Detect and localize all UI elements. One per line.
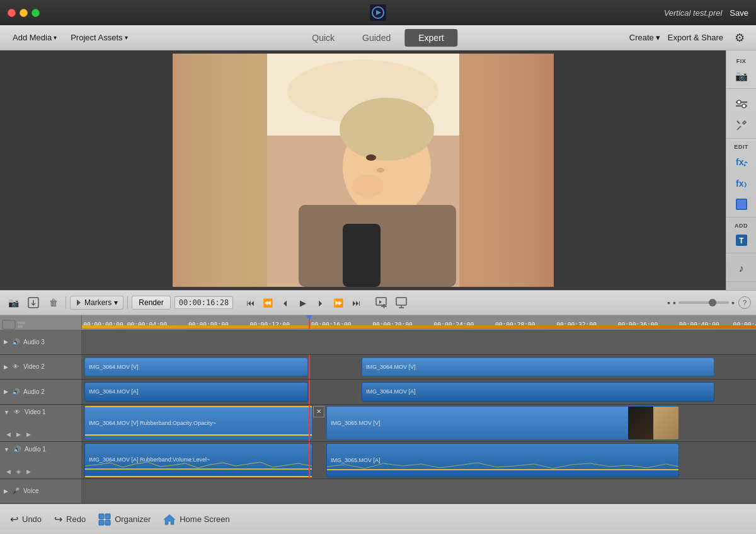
add-section: ADD T	[726, 220, 756, 253]
add-media-icon[interactable]	[373, 294, 389, 311]
menu-bar: Add Media ▾ Project Assets ▾ Quick Guide…	[0, 25, 756, 50]
music-icon[interactable]: ♪	[731, 258, 752, 279]
monitor-icon[interactable]	[393, 294, 410, 311]
step-forward-button[interactable]: ⏵	[312, 294, 329, 311]
crop-icon[interactable]	[731, 194, 752, 214]
add-media-button[interactable]: Add Media ▾	[8, 30, 62, 45]
audio1-prev[interactable]: ◀	[4, 467, 13, 476]
audio2-clip2[interactable]: IMG_3064.MOV [A]	[362, 382, 714, 401]
audio1-mute[interactable]: 🔊	[12, 444, 22, 455]
video2-clip1[interactable]: IMG_3064.MOV [V]	[84, 357, 308, 376]
voice-mute[interactable]: 🎤	[11, 486, 21, 496]
save-button[interactable]: Save	[730, 8, 748, 18]
svg-rect-32	[18, 322, 25, 324]
track-content-video2[interactable]: IMG_3064.MOV [V] IMG_3064.MOV [V]	[82, 355, 756, 379]
undo-icon: ↩	[10, 513, 18, 525]
audio1-clip1[interactable]: IMG_3064.MOV [A] Rubberband:Volume:Level…	[84, 443, 312, 477]
audio1-clip2[interactable]: IMG_3065.MOV [A]	[326, 443, 679, 477]
voice-expand[interactable]: ▶	[4, 488, 8, 494]
home-screen-button[interactable]: Home Screen	[163, 513, 229, 526]
rewind-button[interactable]: ⏪	[260, 294, 276, 311]
svg-text:fx: fx	[736, 178, 744, 189]
settings-icon[interactable]: ⚙	[731, 29, 748, 47]
go-start-button[interactable]: ⏮	[242, 294, 258, 311]
tab-quick[interactable]: Quick	[298, 29, 348, 47]
video1-mini-btns: ◀ ▶ ▶	[4, 430, 33, 439]
svg-rect-61	[99, 520, 104, 525]
delete-icon[interactable]: 🗑	[45, 294, 62, 311]
track-label-audio2: ▶ 🔊 Audio 2	[0, 380, 82, 403]
go-end-button[interactable]: ⏭	[348, 294, 364, 311]
video1-clip2[interactable]: IMG_3065.MOV [V]	[326, 406, 679, 440]
audio2-mute[interactable]: 🔊	[11, 386, 21, 397]
track-content-audio3[interactable]	[82, 330, 756, 354]
play-button[interactable]: ▶	[295, 294, 311, 311]
zoom-out-icon[interactable]: ▪	[667, 298, 670, 308]
svg-point-22	[743, 165, 745, 166]
create-button[interactable]: Create ▾	[629, 33, 660, 42]
render-button[interactable]: Render	[132, 296, 170, 310]
undo-button[interactable]: ↩ Undo	[10, 513, 42, 525]
track-content-audio2[interactable]: IMG_3064.MOV [A] IMG_3064.MOV [A]	[82, 380, 756, 403]
track-content-audio1[interactable]: IMG_3064.MOV [A] Rubberband:Volume:Level…	[82, 442, 756, 479]
effects-icon[interactable]: fx	[731, 151, 752, 171]
svg-rect-16	[459, 54, 554, 287]
video1-expand[interactable]: ▼	[4, 409, 9, 415]
export-frame-icon[interactable]	[25, 294, 42, 311]
app-icon	[370, 4, 386, 21]
track-label-video2: ▶ 👁 Video 2	[0, 355, 82, 379]
svg-point-12	[352, 175, 384, 197]
tab-expert[interactable]: Expert	[404, 29, 457, 47]
track-label-audio3: ▶ 🔊 Audio 3	[0, 330, 82, 354]
minimize-button[interactable]	[20, 9, 28, 17]
organizer-button[interactable]: Organizer	[98, 513, 151, 526]
close-button[interactable]	[8, 9, 16, 17]
video2-clip2[interactable]: IMG_3064.MOV [V]	[362, 357, 714, 376]
video1-next-frame[interactable]: ▶	[24, 430, 33, 439]
video1-clip-marker[interactable]: ✕	[313, 406, 324, 417]
audio3-mute[interactable]: 🔊	[11, 337, 21, 347]
audio1-next[interactable]: ▶	[24, 467, 33, 476]
text-icon[interactable]: T	[731, 230, 752, 250]
video1-eye[interactable]: 👁	[12, 407, 22, 417]
track-content-video1[interactable]: IMG_3064.MOV [V] Rubberband:Opacity:Opac…	[82, 405, 756, 441]
tools-icon[interactable]	[731, 115, 752, 136]
markers-dropdown-arrow: ▾	[114, 298, 118, 307]
audio1-expand[interactable]: ▼	[4, 446, 9, 453]
preview-video[interactable]	[173, 54, 554, 287]
adjust-icon[interactable]	[731, 94, 752, 114]
redo-button[interactable]: ↪ Redo	[54, 513, 86, 525]
snapshot-icon[interactable]: 📷	[5, 294, 21, 311]
audio2-expand[interactable]: ▶	[4, 388, 8, 395]
tab-guided[interactable]: Guided	[348, 29, 404, 47]
fast-forward-button[interactable]: ⏩	[330, 294, 346, 311]
video1-prev-frame[interactable]: ◀	[4, 430, 13, 439]
organizer-icon	[98, 513, 111, 526]
export-share-button[interactable]: Export & Share	[668, 33, 723, 42]
camera-icon[interactable]: 📷	[731, 66, 752, 86]
audio1-play[interactable]: ◈	[14, 467, 23, 476]
ruler-track-label	[0, 315, 82, 328]
timecode-display[interactable]: 00:00:16:28	[175, 296, 233, 309]
maximize-button[interactable]	[32, 9, 40, 17]
project-assets-button[interactable]: Project Assets ▾	[66, 30, 132, 45]
video2-eye[interactable]: 👁	[11, 362, 21, 372]
video1-thumbnails	[628, 407, 679, 439]
video1-play[interactable]: ▶	[14, 430, 23, 439]
track-content-voice[interactable]	[82, 479, 756, 503]
step-back-button[interactable]: ⏴	[277, 294, 294, 311]
zoom-slider[interactable]	[679, 301, 729, 304]
markers-button[interactable]: Markers ▾	[70, 296, 123, 310]
timeline-controls: 📷 🗑 Markers ▾ Render 00:00:16:28 ⏮ ⏪ ⏴ ▶…	[0, 290, 756, 315]
help-icon[interactable]: ?	[738, 296, 751, 309]
svg-point-10	[366, 154, 376, 161]
zoom-in-icon[interactable]: ▪	[731, 298, 735, 308]
zoom-out-icon2[interactable]: ▪	[673, 298, 676, 308]
motion-icon[interactable]: fx	[731, 173, 752, 193]
redo-icon: ↪	[54, 513, 62, 525]
audio3-expand[interactable]: ▶	[4, 339, 8, 345]
audio2-clip1[interactable]: IMG_3064.MOV [A]	[84, 382, 308, 401]
video1-clip1[interactable]: IMG_3064.MOV [V] Rubberband:Opacity:Opac…	[84, 406, 312, 440]
workspace: FIX 📷 EDIT fx fx	[0, 50, 756, 504]
video2-expand[interactable]: ▶	[4, 364, 8, 370]
